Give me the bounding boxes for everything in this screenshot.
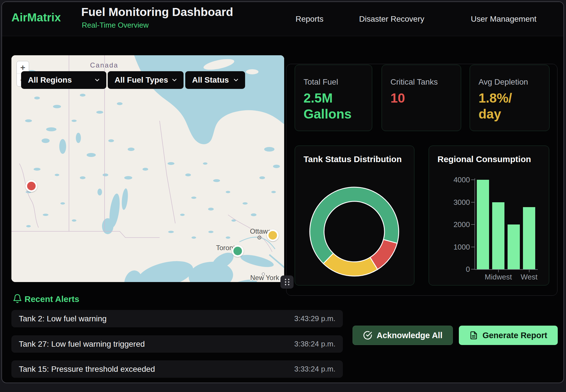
map-label-canada: Canada	[90, 61, 118, 69]
nav-disaster-recovery[interactable]: Disaster Recovery	[359, 15, 424, 24]
map-marker-warning[interactable]	[267, 229, 279, 241]
chevron-down-icon	[171, 77, 178, 83]
y-tick-mark	[471, 247, 475, 247]
alert-message: Tank 27: Low fuel warning triggered	[11, 340, 145, 349]
stat-label: Critical Tanks	[390, 77, 461, 87]
grip-dots-icon	[280, 275, 294, 289]
stat-label: Total Fuel	[304, 77, 372, 87]
file-text-icon	[469, 331, 478, 340]
tank-status-chart-card: Tank Status Distribution	[295, 146, 414, 285]
bar[interactable]	[477, 180, 489, 269]
acknowledge-all-label: Acknowledge All	[377, 331, 443, 340]
region-filter-value: All Regions	[28, 75, 72, 85]
alert-row[interactable]: Tank 27: Low fuel warning triggered 3:38…	[11, 335, 343, 353]
y-tick-label: 1000	[445, 243, 470, 252]
map-label-new-york: New York	[250, 274, 279, 281]
alert-timestamp: 3:43:29 p.m.	[294, 314, 343, 323]
y-tick-mark	[471, 269, 475, 270]
stat-card-critical-tanks: Critical Tanks 10	[382, 65, 461, 131]
header-bar: AirMatrix Fuel Monitoring Dashboard Real…	[2, 2, 563, 36]
bar[interactable]	[492, 202, 504, 270]
bar[interactable]	[523, 207, 535, 269]
alert-row[interactable]: Tank 15: Pressure threshold exceeded 3:3…	[11, 360, 343, 378]
stat-label: Avg Depletion	[479, 77, 549, 87]
stat-card-avg-depletion: Avg Depletion 1.8%/ day	[470, 65, 549, 131]
alert-timestamp: 3:38:24 p.m.	[294, 340, 343, 348]
bell-icon	[13, 294, 22, 303]
map-marker-normal[interactable]	[232, 245, 244, 257]
generate-report-button[interactable]: Generate Report	[459, 326, 558, 345]
alerts-section-title: Recent Alerts	[25, 294, 79, 304]
nav-user-management[interactable]: User Management	[471, 15, 536, 24]
map-marker-critical[interactable]	[25, 180, 37, 192]
bar[interactable]	[508, 224, 520, 269]
alert-row[interactable]: Tank 2: Low fuel warning 3:43:29 p.m.	[11, 310, 343, 327]
app-logo: AirMatrix	[11, 11, 61, 24]
acknowledge-all-button[interactable]: Acknowledge All	[353, 326, 453, 345]
chevron-down-icon	[233, 77, 239, 83]
dashboard-window: AirMatrix Fuel Monitoring Dashboard Real…	[1, 1, 564, 383]
stat-value: 2.5M Gallons	[304, 90, 372, 122]
map-resize-handle[interactable]	[280, 275, 294, 289]
nav-reports[interactable]: Reports	[296, 15, 323, 24]
x-tick-mark	[529, 270, 530, 272]
status-filter-dropdown[interactable]: All Status	[185, 71, 245, 89]
stat-value: 1.8%/ day	[479, 90, 549, 122]
y-tick-mark	[471, 224, 475, 225]
x-tick-mark	[498, 270, 499, 272]
y-tick-label: 0	[445, 265, 470, 274]
fuel-type-filter-dropdown[interactable]: All Fuel Types	[108, 71, 184, 89]
alert-message: Tank 15: Pressure threshold exceeded	[11, 365, 155, 374]
status-filter-value: All Status	[192, 75, 229, 85]
y-tick-mark	[471, 179, 475, 180]
page-subtitle: Real-Time Overview	[82, 21, 149, 30]
regional-consumption-chart-card: Regional Consumption 01000200030004000Mi…	[429, 146, 549, 285]
y-tick-label: 3000	[445, 198, 470, 207]
alert-message: Tank 2: Low fuel warning	[11, 314, 107, 323]
chart-title: Tank Status Distribution	[304, 154, 402, 164]
map-canvas[interactable]: Canada Ottawa Toronto New York + − All R…	[11, 55, 284, 282]
check-circle-icon	[363, 331, 372, 340]
map-tiles: Canada Ottawa Toronto New York	[11, 55, 284, 282]
donut-chart[interactable]	[309, 186, 400, 277]
chevron-down-icon	[94, 77, 101, 83]
region-filter-dropdown[interactable]: All Regions	[21, 71, 106, 89]
bar-chart[interactable]: 01000200030004000MidwestWest	[429, 146, 549, 285]
stat-value: 10	[390, 90, 461, 106]
x-axis-line	[475, 269, 538, 270]
alert-timestamp: 3:33:24 p.m.	[294, 365, 343, 373]
stat-card-total-fuel: Total Fuel 2.5M Gallons	[295, 65, 372, 131]
generate-report-label: Generate Report	[482, 331, 547, 340]
y-axis-line	[475, 178, 475, 270]
donut-segment-warning[interactable]	[323, 253, 378, 276]
y-tick-label: 4000	[445, 175, 470, 184]
y-tick-mark	[471, 202, 475, 203]
fuel-type-filter-value: All Fuel Types	[115, 75, 168, 85]
y-tick-label: 2000	[445, 220, 470, 229]
x-tick-label: West	[509, 273, 549, 281]
page-title: Fuel Monitoring Dashboard	[81, 5, 233, 19]
